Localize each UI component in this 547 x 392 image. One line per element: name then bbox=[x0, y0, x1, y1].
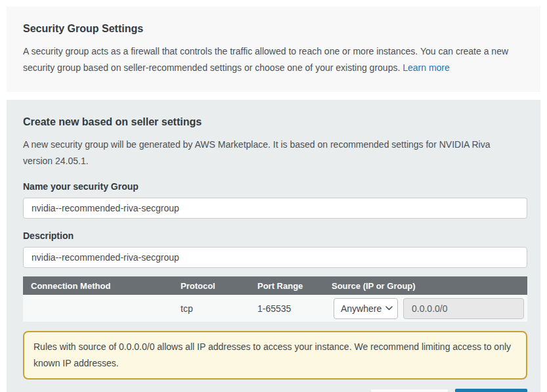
save-button[interactable]: Save bbox=[455, 389, 527, 392]
chevron-down-icon bbox=[382, 306, 393, 311]
security-group-settings-title: Security Group Settings bbox=[23, 22, 524, 35]
cell-protocol: tcp bbox=[181, 303, 257, 314]
description-input[interactable] bbox=[23, 247, 527, 268]
table-row: tcp 1-65535 Anywhere bbox=[23, 295, 527, 322]
create-new-seller-settings-section: Create new based on seller settings A ne… bbox=[7, 100, 540, 392]
firewall-rules-table: Connection Method Protocol Port Range So… bbox=[23, 276, 527, 322]
header-connection-method: Connection Method bbox=[23, 281, 181, 291]
header-source-ip-or-group: Source (IP or Group) bbox=[332, 281, 527, 291]
security-group-settings-section: Security Group Settings A security group… bbox=[7, 7, 540, 92]
security-group-name-label: Name your security Group bbox=[23, 181, 527, 192]
source-type-selected-value: Anywhere bbox=[341, 303, 382, 314]
header-protocol: Protocol bbox=[181, 281, 257, 291]
rules-table-header-row: Connection Method Protocol Port Range So… bbox=[23, 276, 527, 295]
cell-port-range: 1-65535 bbox=[257, 303, 332, 314]
source-ip-input bbox=[403, 298, 524, 319]
action-buttons-row: Cancel Save bbox=[23, 389, 527, 392]
warning-text: Rules with source of 0.0.0.0/0 allows al… bbox=[33, 339, 517, 372]
open-source-warning-banner: Rules with source of 0.0.0.0/0 allows al… bbox=[23, 331, 527, 380]
header-port-range: Port Range bbox=[257, 281, 332, 291]
create-new-title: Create new based on seller settings bbox=[23, 116, 527, 129]
learn-more-link[interactable]: Learn more bbox=[403, 62, 450, 73]
description-label: Description bbox=[23, 230, 527, 242]
cancel-button[interactable]: Cancel bbox=[370, 389, 449, 392]
cell-source: Anywhere bbox=[332, 298, 527, 319]
source-type-select[interactable]: Anywhere bbox=[334, 298, 398, 319]
security-group-name-input[interactable] bbox=[23, 198, 527, 219]
security-group-settings-description: A security group acts as a firewall that… bbox=[23, 43, 523, 76]
create-new-description: A new security group will be generated b… bbox=[23, 137, 514, 169]
